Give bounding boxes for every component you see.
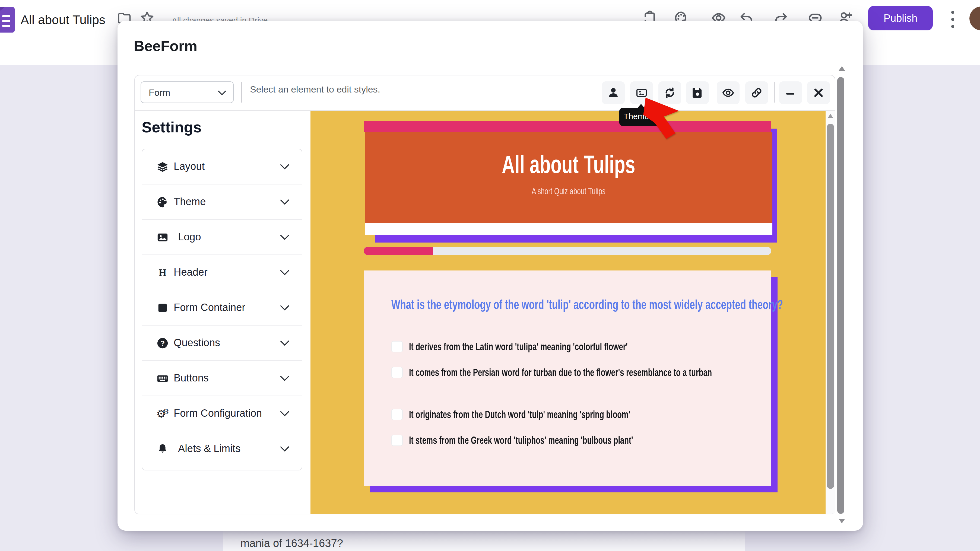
sidebar-item-logo[interactable]: Logo xyxy=(142,220,302,255)
eye-icon xyxy=(722,86,735,99)
sidebar-item-questions[interactable]: ? Questions xyxy=(142,326,302,361)
chevron-down-icon xyxy=(280,375,290,381)
image-icon xyxy=(156,231,169,244)
chevron-down-icon xyxy=(280,163,290,170)
header-accent-bar xyxy=(364,121,771,132)
toolbar-hint: Select an element to edit styles. xyxy=(250,84,380,95)
forms-logo-icon[interactable] xyxy=(0,7,15,33)
settings-sidebar: Settings Layout xyxy=(135,111,310,514)
svg-text:?: ? xyxy=(161,340,165,348)
preview-scrollbar xyxy=(826,111,835,514)
keyboard-icon xyxy=(156,372,169,385)
sidebar-item-label: Questions xyxy=(174,337,220,349)
answer-option-label[interactable]: It stems from the Greek word 'tuliphos' … xyxy=(409,432,741,448)
chevron-down-icon xyxy=(280,198,290,205)
chevron-down-icon xyxy=(280,234,290,240)
share-link-button[interactable] xyxy=(745,81,768,104)
question-circle-icon: ? xyxy=(156,337,169,349)
question-title: What is the etymology of the word 'tulip… xyxy=(391,294,792,316)
settings-heading: Settings xyxy=(142,118,202,136)
minimize-button[interactable] xyxy=(779,81,802,104)
form-subtitle: A short Quiz about Tulips xyxy=(532,186,606,197)
scroll-up-arrow-icon[interactable] xyxy=(827,114,834,118)
settings-accordion: Layout Theme xyxy=(142,149,302,470)
question-card[interactable]: What is the etymology of the word 'tulip… xyxy=(364,270,771,486)
preview-scrollbar-thumb[interactable] xyxy=(827,124,834,489)
square-icon xyxy=(156,302,169,314)
checkbox[interactable] xyxy=(391,367,403,378)
preview-button[interactable] xyxy=(717,81,740,104)
person-icon xyxy=(607,86,620,99)
chevron-down-icon xyxy=(280,269,290,276)
account-avatar[interactable] xyxy=(969,6,980,30)
checkbox[interactable] xyxy=(391,341,403,353)
close-button[interactable] xyxy=(807,81,830,104)
modal-scrollbar-thumb[interactable] xyxy=(837,77,844,514)
save-floppy-icon xyxy=(691,86,704,99)
sidebar-item-theme[interactable]: Theme xyxy=(142,184,302,220)
sidebar-item-form-configuration[interactable]: ⚙⚙ Form Configuration xyxy=(142,396,302,431)
progress-fill xyxy=(364,247,433,255)
background-question-text: mania of 1634-1637? xyxy=(240,537,343,549)
svg-text:H: H xyxy=(159,267,166,278)
form-header[interactable]: All about Tulips A short Quiz about Tuli… xyxy=(365,132,772,223)
chevron-down-icon xyxy=(217,90,227,95)
answer-option-label[interactable]: It derives from the Latin word 'tulipa' … xyxy=(409,339,741,354)
themes-image-icon xyxy=(635,86,648,99)
header-white-bar xyxy=(365,223,772,235)
chevron-down-icon xyxy=(280,410,290,417)
cursor-arrow xyxy=(643,98,681,139)
checkbox[interactable] xyxy=(391,435,403,446)
more-menu-icon[interactable] xyxy=(951,11,955,30)
element-selector-dropdown[interactable]: Form xyxy=(141,81,234,103)
chevron-down-icon xyxy=(280,340,290,346)
toolbar-divider xyxy=(241,82,242,103)
link-icon xyxy=(750,86,763,99)
document-title[interactable]: All about Tulips xyxy=(21,13,105,27)
close-icon xyxy=(812,86,825,99)
layers-icon xyxy=(156,160,169,173)
sidebar-item-label: Theme xyxy=(174,196,206,208)
publish-button[interactable]: Publish xyxy=(868,6,933,30)
sidebar-item-label: Form Container xyxy=(174,302,245,313)
editor-toolbar: Form Select an element to edit styles. xyxy=(135,75,835,111)
modal-scroll-down-icon[interactable] xyxy=(838,519,845,523)
progress-bar xyxy=(364,247,771,255)
modal-scroll-up-icon[interactable] xyxy=(838,66,845,71)
palette-icon xyxy=(156,196,169,208)
modal-title: BeeForm xyxy=(134,37,197,54)
save-button[interactable] xyxy=(686,81,709,104)
answer-option-label[interactable]: It originates from the Dutch word 'tulp'… xyxy=(409,407,741,422)
sidebar-item-label: Layout xyxy=(174,160,205,172)
chevron-down-icon xyxy=(280,304,290,311)
screen: All about Tulips All changes saved in Dr… xyxy=(0,0,980,551)
sidebar-item-label: Alets & Limits xyxy=(178,443,240,454)
element-selector-value: Form xyxy=(149,87,170,98)
editor-panel: Form Select an element to edit styles. xyxy=(134,75,835,514)
sidebar-item-layout[interactable]: Layout xyxy=(142,149,302,184)
sidebar-item-label: Form Configuration xyxy=(174,408,262,419)
checkbox[interactable] xyxy=(391,409,403,420)
bell-icon xyxy=(156,443,169,455)
editor-body: Settings Layout xyxy=(135,111,835,514)
beeform-modal: BeeForm Form Select an element to edit s… xyxy=(118,21,863,530)
gears-icon: ⚙⚙ xyxy=(156,408,169,420)
sidebar-item-form-container[interactable]: Form Container xyxy=(142,290,302,326)
form-preview: All about Tulips A short Quiz about Tuli… xyxy=(310,111,826,514)
answer-option-label[interactable]: It comes from the Persian word for turba… xyxy=(409,365,741,380)
chevron-down-icon xyxy=(280,445,290,452)
minimize-icon xyxy=(784,86,797,99)
toolbar-divider xyxy=(774,82,775,103)
form-title: All about Tulips xyxy=(502,150,635,179)
sidebar-item-alerts-limits[interactable]: Alets & Limits xyxy=(142,431,302,467)
sidebar-item-label: Buttons xyxy=(174,372,209,384)
sidebar-item-label: Header xyxy=(174,267,208,278)
refresh-icon xyxy=(663,86,676,99)
background-question-card: mania of 1634-1637? xyxy=(223,531,745,551)
sidebar-item-buttons[interactable]: Buttons xyxy=(142,361,302,396)
sidebar-item-label: Logo xyxy=(178,231,201,243)
profile-button[interactable] xyxy=(602,81,625,104)
heading-icon: H xyxy=(156,267,169,279)
sidebar-item-header[interactable]: H Header xyxy=(142,255,302,290)
